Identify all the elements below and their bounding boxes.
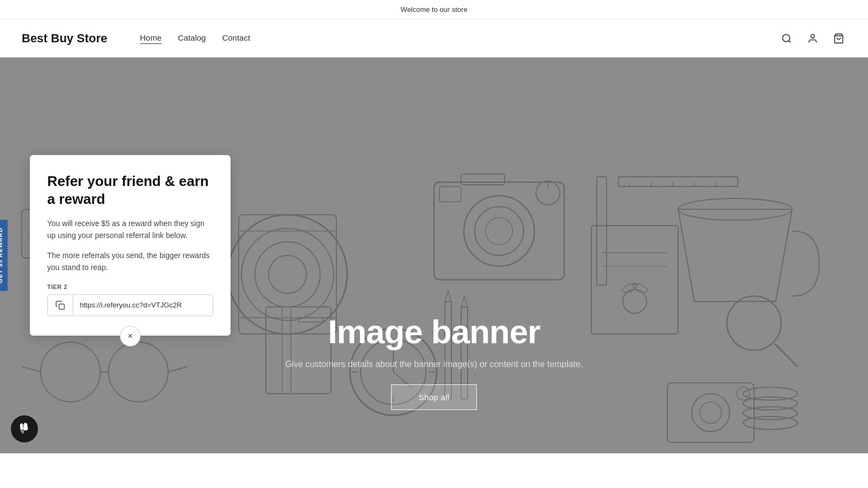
header: Best Buy Store Home Catalog Contact: [0, 20, 868, 57]
popup-tier-label: TIER 2: [47, 284, 213, 290]
svg-point-0: [783, 34, 790, 41]
banner-area: GET $5 REWARD Refer your friend & earn a…: [0, 57, 868, 453]
nav-catalog[interactable]: Catalog: [178, 33, 206, 44]
shopify-icon: [17, 421, 32, 436]
search-button[interactable]: [779, 31, 794, 46]
svg-line-1: [789, 40, 791, 42]
account-icon: [807, 33, 818, 44]
reward-tab[interactable]: GET $5 REWARD: [0, 220, 8, 291]
main-nav: Home Catalog Contact: [140, 33, 779, 44]
cart-button[interactable]: [831, 31, 846, 46]
announcement-text: Welcome to our store: [400, 5, 467, 14]
banner-subtitle: Give customers details about the banner …: [285, 359, 583, 369]
banner-content: Image banner Give customers details abou…: [0, 312, 868, 453]
referral-link-text: https://i.referyou.cc?d=VTJGc2R: [73, 296, 213, 314]
shopify-badge[interactable]: [11, 415, 38, 442]
site-logo[interactable]: Best Buy Store: [22, 31, 107, 46]
referral-popup: Refer your friend & earn a reward You wi…: [30, 155, 231, 336]
popup-body2: The more referrals you send, the bigger …: [47, 249, 213, 274]
shop-all-button[interactable]: Shop all: [391, 384, 477, 410]
svg-rect-64: [59, 304, 65, 309]
nav-home[interactable]: Home: [140, 33, 162, 44]
header-icons: [779, 31, 846, 46]
popup-title: Refer your friend & earn a reward: [47, 172, 213, 208]
announcement-bar: Welcome to our store: [0, 0, 868, 20]
search-icon: [781, 33, 792, 44]
svg-point-2: [811, 34, 815, 38]
cart-icon: [833, 33, 844, 44]
popup-body1: You will receive $5 as a reward when the…: [47, 217, 213, 242]
account-button[interactable]: [805, 31, 820, 46]
reward-tab-label: GET $5 REWARD: [0, 228, 3, 284]
copy-icon: [55, 300, 65, 310]
banner-title: Image banner: [328, 312, 540, 351]
nav-contact[interactable]: Contact: [222, 33, 250, 44]
